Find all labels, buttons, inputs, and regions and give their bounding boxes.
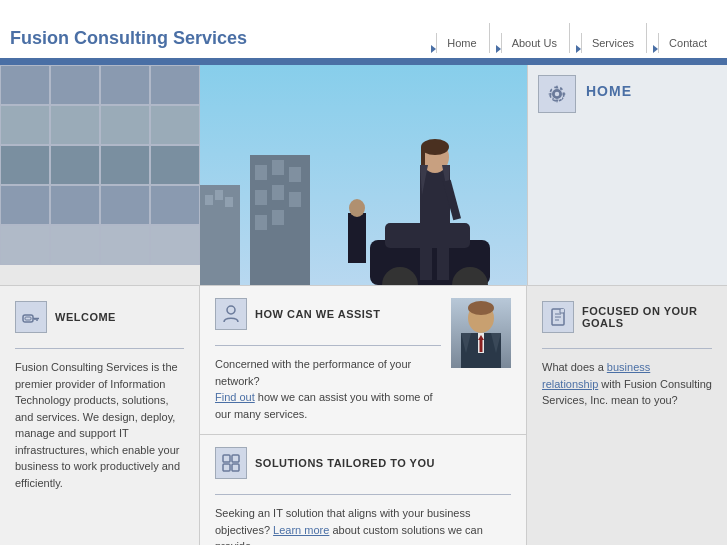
welcome-header: WELCOME bbox=[15, 301, 184, 338]
nav-divider bbox=[489, 23, 490, 53]
solutions-divider bbox=[215, 494, 511, 495]
welcome-body: Fusion Consulting Services is the premie… bbox=[15, 359, 184, 491]
focused-divider bbox=[542, 348, 712, 349]
sidebar-cell-13[interactable] bbox=[0, 185, 50, 225]
document-icon bbox=[548, 307, 568, 327]
welcome-divider bbox=[15, 348, 184, 349]
svg-rect-11 bbox=[289, 192, 301, 207]
svg-rect-8 bbox=[289, 167, 301, 182]
sidebar-cell-2[interactable] bbox=[50, 65, 100, 105]
svg-rect-3 bbox=[215, 190, 223, 200]
site-logo: Fusion Consulting Services bbox=[10, 28, 247, 53]
svg-rect-9 bbox=[255, 190, 267, 205]
focused-body: What does a businessrelationship with Fu… bbox=[542, 359, 712, 409]
focused-column: FOCUSED ON YOUR GOALS What does a busine… bbox=[527, 286, 727, 545]
svg-point-30 bbox=[554, 91, 560, 97]
find-out-link[interactable]: Find out bbox=[215, 391, 255, 403]
svg-rect-6 bbox=[255, 165, 267, 180]
sidebar-cell-10[interactable] bbox=[50, 145, 100, 185]
solutions-section: SOLUTIONS TAILORED TO YOU Seeking an IT … bbox=[200, 435, 526, 545]
nav-link-home[interactable]: Home bbox=[436, 33, 486, 53]
svg-rect-47 bbox=[223, 455, 230, 462]
gear-icon bbox=[546, 83, 568, 105]
assist-body: Concerned with the performance of your n… bbox=[215, 356, 441, 422]
relationship-link[interactable]: relationship bbox=[542, 378, 598, 390]
buildings-silhouette bbox=[200, 65, 527, 285]
sidebar-cell-19[interactable] bbox=[100, 225, 150, 265]
assist-title: HOW CAN WE ASSIST bbox=[255, 308, 380, 320]
svg-rect-12 bbox=[255, 215, 267, 230]
svg-rect-33 bbox=[25, 317, 31, 320]
nav-divider-3 bbox=[646, 23, 647, 53]
sidebar-cell-14[interactable] bbox=[50, 185, 100, 225]
sidebar-cell-12[interactable] bbox=[150, 145, 200, 185]
key-icon bbox=[21, 307, 41, 327]
hero-image bbox=[200, 65, 527, 285]
sidebar-cell-6[interactable] bbox=[50, 105, 100, 145]
businessman-figure bbox=[451, 298, 511, 368]
svg-rect-25 bbox=[437, 230, 449, 280]
welcome-icon bbox=[15, 301, 47, 333]
svg-rect-10 bbox=[272, 185, 284, 200]
grid-icon bbox=[221, 453, 241, 473]
person-icon bbox=[221, 304, 241, 324]
solutions-body: Seeking an IT solution that aligns with … bbox=[215, 505, 511, 545]
home-section: HOME bbox=[527, 65, 727, 285]
svg-rect-7 bbox=[272, 160, 284, 175]
welcome-title: WELCOME bbox=[55, 311, 116, 323]
svg-point-37 bbox=[227, 306, 235, 314]
sidebar-cell-5[interactable] bbox=[0, 105, 50, 145]
svg-rect-27 bbox=[348, 213, 366, 263]
svg-rect-44 bbox=[480, 340, 483, 352]
sidebar-cell-4[interactable] bbox=[150, 65, 200, 105]
svg-rect-50 bbox=[232, 464, 239, 471]
sidebar-cell-15[interactable] bbox=[100, 185, 150, 225]
sidebar-cell-16[interactable] bbox=[150, 185, 200, 225]
home-title: HOME bbox=[586, 75, 632, 99]
solutions-icon bbox=[215, 447, 247, 479]
svg-point-28 bbox=[349, 199, 365, 217]
svg-rect-49 bbox=[223, 464, 230, 471]
sidebar-nav bbox=[0, 65, 200, 285]
focused-text-prefix: What does a bbox=[542, 361, 607, 373]
welcome-column: WELCOME Fusion Consulting Services is th… bbox=[0, 286, 200, 545]
assist-icon bbox=[215, 298, 247, 330]
sidebar-cell-18[interactable] bbox=[50, 225, 100, 265]
nav-link-about[interactable]: About Us bbox=[501, 33, 567, 53]
sidebar-cell-8[interactable] bbox=[150, 105, 200, 145]
svg-rect-13 bbox=[272, 210, 284, 225]
businessman-photo bbox=[451, 298, 511, 368]
nav-link-services[interactable]: Services bbox=[581, 33, 644, 53]
svg-rect-4 bbox=[225, 197, 233, 207]
solutions-header: SOLUTIONS TAILORED TO YOU bbox=[215, 447, 511, 484]
svg-rect-48 bbox=[232, 455, 239, 462]
assist-divider bbox=[215, 345, 441, 346]
solutions-title: SOLUTIONS TAILORED TO YOU bbox=[255, 457, 435, 469]
learn-more-link[interactable]: Learn more bbox=[273, 524, 329, 536]
sidebar-cell-7[interactable] bbox=[100, 105, 150, 145]
focused-icon bbox=[542, 301, 574, 333]
svg-point-20 bbox=[421, 139, 449, 155]
sidebar-cell-3[interactable] bbox=[100, 65, 150, 105]
sidebar-cell-9[interactable] bbox=[0, 145, 50, 185]
middle-column: HOW CAN WE ASSIST Concerned with the per… bbox=[200, 286, 527, 545]
sidebar-cell-1[interactable] bbox=[0, 65, 50, 105]
svg-rect-24 bbox=[420, 230, 432, 280]
nav-divider-2 bbox=[569, 23, 570, 53]
svg-rect-2 bbox=[205, 195, 213, 205]
sidebar-cell-17[interactable] bbox=[0, 225, 50, 265]
assist-text-1: Concerned with the performance of your n… bbox=[215, 358, 411, 387]
svg-point-40 bbox=[468, 301, 494, 315]
assist-header: HOW CAN WE ASSIST bbox=[215, 298, 441, 335]
sidebar-cell-11[interactable] bbox=[100, 145, 150, 185]
home-icon-box bbox=[538, 75, 576, 113]
assist-section: HOW CAN WE ASSIST Concerned with the per… bbox=[200, 286, 526, 435]
business-link[interactable]: business bbox=[607, 361, 650, 373]
focused-header: FOCUSED ON YOUR GOALS bbox=[542, 301, 712, 338]
sidebar-cell-20[interactable] bbox=[150, 225, 200, 265]
focused-title: FOCUSED ON YOUR GOALS bbox=[582, 305, 712, 329]
top-navigation: Home About Us Services Contact bbox=[427, 23, 717, 53]
nav-link-contact[interactable]: Contact bbox=[658, 33, 717, 53]
